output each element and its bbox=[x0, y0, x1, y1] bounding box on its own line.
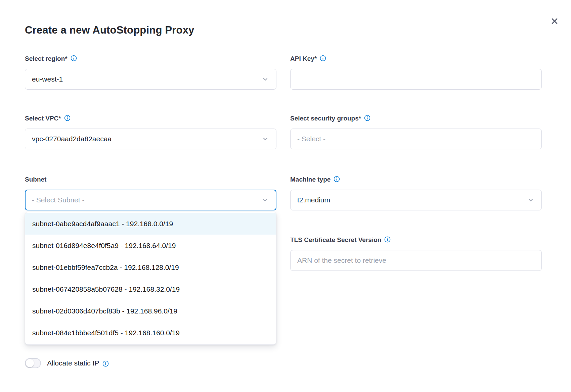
tls-secret-input[interactable] bbox=[290, 250, 542, 271]
chevron-down-icon bbox=[262, 197, 268, 203]
info-icon[interactable] bbox=[320, 55, 326, 61]
region-select[interactable]: eu-west-1 bbox=[25, 69, 276, 90]
field-tls-secret: TLS Certificate Secret Version bbox=[290, 236, 542, 271]
region-value: eu-west-1 bbox=[32, 75, 63, 83]
region-label: Select region* bbox=[25, 55, 68, 63]
subnet-option[interactable]: subnet-0abe9acd4af9aaac1 - 192.168.0.0/1… bbox=[25, 213, 276, 235]
allocate-static-ip-label: Allocate static IP bbox=[47, 359, 99, 367]
info-icon[interactable] bbox=[64, 115, 71, 121]
create-autostopping-proxy-modal: Create a new AutoStopping Proxy Select r… bbox=[0, 0, 571, 392]
field-security-groups: Select security groups* - Select - bbox=[290, 114, 542, 149]
close-button[interactable] bbox=[548, 15, 561, 28]
info-icon[interactable] bbox=[334, 176, 340, 182]
info-icon[interactable] bbox=[384, 236, 391, 243]
allocate-static-ip-row: Allocate static IP bbox=[25, 358, 109, 369]
field-machine-type: Machine type t2.medium bbox=[290, 176, 542, 210]
subnet-select[interactable]: - Select Subnet - bbox=[25, 190, 276, 210]
subnet-option[interactable]: subnet-01ebbf59fea7ccb2a - 192.168.128.0… bbox=[25, 256, 276, 278]
subnet-dropdown-list: subnet-0abe9acd4af9aaac1 - 192.168.0.0/1… bbox=[25, 212, 276, 345]
chevron-down-icon bbox=[527, 197, 534, 203]
subnet-option[interactable]: subnet-067420858a5b07628 - 192.168.32.0/… bbox=[25, 278, 276, 300]
machine-type-select[interactable]: t2.medium bbox=[290, 190, 542, 210]
field-api-key: API Key* bbox=[290, 55, 542, 90]
subnet-label: Subnet bbox=[25, 176, 46, 184]
tls-secret-label: TLS Certificate Secret Version bbox=[290, 236, 381, 244]
vpc-value: vpc-0270aad2da82aecaa bbox=[32, 135, 112, 143]
field-subnet: Subnet - Select Subnet - bbox=[25, 176, 276, 210]
chevron-down-icon bbox=[262, 136, 269, 142]
machine-type-value: t2.medium bbox=[297, 196, 330, 204]
vpc-select[interactable]: vpc-0270aad2da82aecaa bbox=[25, 129, 276, 149]
toggle-knob bbox=[26, 359, 34, 367]
allocate-static-ip-toggle[interactable] bbox=[25, 358, 41, 368]
chevron-down-icon bbox=[262, 76, 269, 83]
info-icon[interactable] bbox=[364, 115, 370, 121]
subnet-placeholder: - Select Subnet - bbox=[32, 196, 84, 204]
info-icon[interactable] bbox=[71, 55, 77, 61]
security-groups-placeholder: - Select - bbox=[297, 135, 325, 143]
close-icon bbox=[550, 16, 559, 26]
api-key-label: API Key* bbox=[290, 55, 317, 63]
vpc-label: Select VPC* bbox=[25, 114, 61, 122]
api-key-input[interactable] bbox=[290, 69, 542, 90]
subnet-option[interactable]: subnet-084e1bbbe4f501df5 - 192.168.160.0… bbox=[25, 322, 276, 344]
modal-title: Create a new AutoStopping Proxy bbox=[25, 24, 194, 36]
field-vpc: Select VPC* vpc-0270aad2da82aecaa bbox=[25, 114, 276, 149]
machine-type-label: Machine type bbox=[290, 176, 331, 184]
security-groups-label: Select security groups* bbox=[290, 114, 361, 122]
info-icon[interactable] bbox=[102, 360, 109, 367]
security-groups-select[interactable]: - Select - bbox=[290, 129, 542, 149]
field-region: Select region* eu-west-1 bbox=[25, 55, 276, 90]
subnet-option[interactable]: subnet-02d0306d407bcf83b - 192.168.96.0/… bbox=[25, 300, 276, 322]
subnet-option[interactable]: subnet-016d894e8e4f0f5a9 - 192.168.64.0/… bbox=[25, 235, 276, 256]
